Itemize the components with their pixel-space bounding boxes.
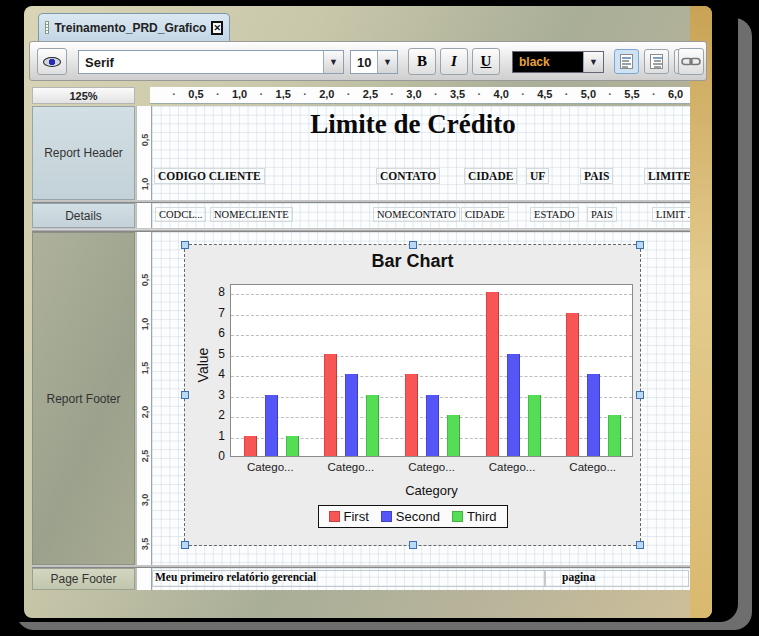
ruler-minor-tick: · (521, 88, 525, 100)
legend-swatch (381, 511, 392, 522)
ruler-minor-tick: · (652, 88, 656, 100)
selection-handle-sw[interactable] (181, 541, 189, 549)
align-left-button[interactable] (614, 49, 639, 74)
chart-bar (405, 374, 418, 456)
band-label-report-footer[interactable]: Report Footer (32, 232, 135, 565)
selection-handle-e[interactable] (636, 391, 644, 399)
chart-x-tick-label: Catego... (247, 461, 294, 473)
detail-field[interactable]: LIMIT .. (652, 207, 690, 222)
page-footer-canvas[interactable]: Meu primeiro relatório gerencial pagina (152, 568, 690, 590)
chart-x-tick-label: Catego... (569, 461, 616, 473)
ruler-minor-tick: · (260, 88, 264, 100)
ruler-minor-tick: · (565, 88, 569, 100)
ruler-label: 0,5 (188, 88, 203, 100)
bold-button[interactable]: B (408, 48, 436, 75)
band-label-report-header[interactable]: Report Header (32, 106, 135, 200)
detail-field[interactable]: ESTADO (530, 207, 579, 222)
report-title[interactable]: Limite de Crédito (152, 109, 674, 140)
ruler-label: 5,0 (581, 88, 596, 100)
chart-bar (608, 415, 621, 456)
chart-y-tick: 2 (195, 408, 225, 422)
ruler-label: 0,5 (140, 125, 150, 155)
italic-button[interactable]: I (440, 48, 468, 75)
align-center-button[interactable] (644, 49, 669, 74)
chart-plot-area (230, 284, 633, 457)
chart-x-axis-label: Category (230, 483, 633, 498)
chart-y-tick: 0 (195, 449, 225, 463)
chart-bar (507, 354, 520, 457)
ruler-label: 3,5 (450, 88, 465, 100)
page-number-field[interactable]: pagina (562, 571, 595, 583)
detail-field[interactable]: CODCL... (155, 207, 206, 222)
chart-bar (447, 415, 460, 456)
legend-label: First (344, 509, 369, 524)
page-footer-band: Page Footer Meu primeiro relatório geren… (32, 568, 690, 590)
legend-item: First (329, 509, 369, 524)
link-button[interactable] (678, 48, 704, 75)
document-tab-title: Treinamento_PRD_Grafico (54, 21, 206, 35)
zoom-level-indicator[interactable]: 125% (32, 87, 135, 104)
chart-bar (528, 395, 541, 457)
band-label-details[interactable]: Details (32, 203, 135, 228)
vertical-ruler-details (136, 203, 152, 228)
tab-close-icon[interactable]: ✕ (211, 21, 223, 35)
ruler-label: 3,5 (140, 529, 150, 559)
chevron-down-icon[interactable]: ▼ (323, 51, 343, 73)
bar-chart-element[interactable]: Bar Chart 012345678 Value Catego...Categ… (185, 245, 640, 545)
detail-field[interactable]: PAIS (587, 207, 617, 222)
ruler-label: 1,0 (232, 88, 247, 100)
chart-bar (566, 313, 579, 457)
font-size-select[interactable]: 10 ▼ (350, 50, 398, 74)
detail-field[interactable]: CIDADE (461, 207, 509, 222)
screenshot-stage: Treinamento_PRD_Grafico ✕ Serif ▼ 10 ▼ B… (0, 0, 759, 636)
ruler-minor-tick: · (478, 88, 482, 100)
ruler-minor-tick: · (303, 88, 307, 100)
page-footer-text[interactable]: Meu primeiro relatório gerencial (155, 571, 316, 583)
selection-handle-s[interactable] (409, 541, 417, 549)
selection-handle-ne[interactable] (636, 241, 644, 249)
report-column-header[interactable]: PAIS (580, 168, 613, 184)
ruler-label: 1,0 (140, 309, 150, 339)
underline-button[interactable]: U (472, 48, 500, 75)
chart-bar (366, 395, 379, 457)
chart-x-tick-label: Catego... (328, 461, 375, 473)
legend-label: Second (396, 509, 440, 524)
vertical-ruler-report-header: 0,51,0 (136, 106, 152, 200)
legend-swatch (329, 511, 340, 522)
report-column-header[interactable]: CODIGO CLIENTE (154, 168, 265, 184)
report-footer-canvas[interactable]: Bar Chart 012345678 Value Catego...Categ… (152, 232, 690, 565)
ruler-minor-tick: · (347, 88, 351, 100)
report-footer-band: Report Footer 0,51,01,52,02,53,03,5 Bar … (32, 232, 690, 565)
eye-icon (43, 57, 61, 67)
ruler-label: 4,0 (494, 88, 509, 100)
document-tab[interactable]: Treinamento_PRD_Grafico ✕ (38, 13, 230, 41)
font-color-select[interactable]: black ▼ (512, 51, 604, 73)
report-column-header[interactable]: LIMITE (644, 168, 690, 184)
selection-handle-w[interactable] (181, 391, 189, 399)
font-family-value: Serif (79, 55, 323, 70)
selection-handle-n[interactable] (409, 241, 417, 249)
selection-handle-se[interactable] (636, 541, 644, 549)
chart-bar (345, 374, 358, 456)
design-area: Report Header 0,51,0 Limite de Crédito C… (32, 106, 690, 612)
report-header-band: Report Header 0,51,0 Limite de Crédito C… (32, 106, 690, 200)
chevron-down-icon[interactable]: ▼ (583, 52, 603, 72)
details-canvas[interactable]: CODCL...NOMECLIENTENOMECONTATOCIDADEESTA… (152, 203, 690, 228)
chart-title: Bar Chart (185, 251, 640, 272)
report-column-header[interactable]: CIDADE (464, 168, 517, 184)
detail-field[interactable]: NOMECONTATO (373, 207, 460, 222)
chevron-down-icon[interactable]: ▼ (377, 51, 397, 73)
font-family-select[interactable]: Serif ▼ (78, 50, 344, 74)
preview-eye-button[interactable] (37, 48, 67, 75)
font-size-value: 10 (351, 55, 377, 70)
align-left-icon (620, 54, 633, 69)
band-label-page-footer[interactable]: Page Footer (32, 568, 135, 590)
report-column-header[interactable]: CONTATO (376, 168, 440, 184)
selection-handle-nw[interactable] (181, 241, 189, 249)
detail-field[interactable]: NOMECLIENTE (210, 207, 293, 222)
report-header-canvas[interactable]: Limite de Crédito CODIGO CLIENTECONTATOC… (152, 106, 690, 200)
chart-bar (426, 395, 439, 457)
chart-y-tick: 8 (195, 285, 225, 299)
report-column-header[interactable]: UF (526, 168, 549, 184)
chart-x-tick-label: Catego... (489, 461, 536, 473)
